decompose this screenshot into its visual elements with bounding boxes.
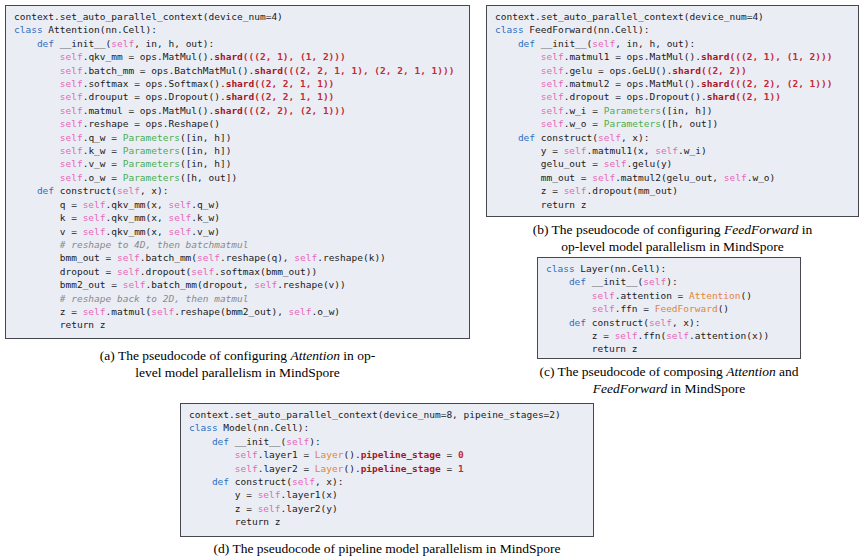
caption-line: FeedForward in MindSpore [495, 380, 843, 397]
caption-line: (b) The pseudocode of configuring FeedFo… [486, 221, 859, 238]
code-line: def __init__(self, in, h, out): [14, 37, 461, 50]
code-panel-layer: class Layer(nn.Cell): def __init__(self)… [537, 257, 801, 359]
code-line: mm_out = self.matmul2(gelu_out, self.w_o… [495, 171, 850, 184]
code-panel-model: context.set_auto_parallel_context(device… [180, 403, 594, 537]
code-panel-attention: context.set_auto_parallel_context(device… [5, 5, 470, 339]
code-line: self.w_o = Parameters([h, out]) [495, 117, 850, 130]
code-line: return z [189, 515, 585, 528]
code-line: # reshape to 4D, then batchmatmul [14, 238, 461, 251]
code-line: def construct(self, x): [546, 316, 792, 329]
code-line: self.w_i = Parameters([in, h]) [495, 104, 850, 117]
figure-mindspore-parallelism: context.set_auto_parallel_context(device… [0, 0, 864, 560]
code-line: k = self.qkv_mm(x, self.k_w) [14, 211, 461, 224]
code-line: self.v_w = Parameters([in, h]) [14, 157, 461, 170]
code-line: gelu_out = self.gelu(y) [495, 157, 850, 170]
code-line: z = self.layer2(y) [189, 502, 585, 515]
code-line: self.ffn = FeedForward() [546, 302, 792, 315]
caption-model: (d) The pseudocode of pipeline model par… [180, 540, 594, 557]
code-feedforward: context.set_auto_parallel_context(device… [495, 10, 850, 211]
code-line: self.matmul = ops.MatMul().shard(((2, 2)… [14, 104, 461, 117]
code-line: bmm_out = self.batch_mm(self.reshape(q),… [14, 251, 461, 264]
caption-line: (a) The pseudocode of configuring Attent… [5, 347, 470, 364]
code-line: bmm2_out = self.batch_mm(dropout, self.r… [14, 278, 461, 291]
code-line: def __init__(self, in, h, out): [495, 37, 850, 50]
code-line: q = self.qkv_mm(x, self.q_w) [14, 198, 461, 211]
code-line: v = self.qkv_mm(x, self.v_w) [14, 225, 461, 238]
code-line: def construct(self, x): [14, 184, 461, 197]
code-line: z = self.ffn(self.attention(x)) [546, 329, 792, 342]
code-line: self.dropout = ops.Dropout().shard((2, 1… [495, 90, 850, 103]
code-line: dropout = self.dropout(self.softmax(bmm_… [14, 265, 461, 278]
code-line: # reshape back to 2D, then matmul [14, 292, 461, 305]
code-line: self.layer1 = Layer().pipeline_stage = 0 [189, 448, 585, 461]
code-line: def construct(self, x): [495, 131, 850, 144]
caption-attention: (a) The pseudocode of configuring Attent… [5, 347, 470, 381]
code-line: class Attention(nn.Cell): [14, 23, 461, 36]
code-line: self.matmul2 = ops.MatMul().shard(((2, 2… [495, 77, 850, 90]
caption-line: (c) The pseudocode of composing Attentio… [495, 363, 843, 380]
caption-line: op-level model parallelism in MindSpore [486, 238, 859, 255]
code-line: context.set_auto_parallel_context(device… [189, 408, 585, 421]
code-line: z = self.matmul(self.reshape(bmm2_out), … [14, 305, 461, 318]
code-line: context.set_auto_parallel_context(device… [14, 10, 461, 23]
code-line: def __init__(self): [189, 435, 585, 448]
code-line: self.qkv_mm = ops.MatMul().shard(((2, 1)… [14, 50, 461, 63]
code-line: def __init__(self): [546, 275, 792, 288]
code-line: z = self.dropout(mm_out) [495, 184, 850, 197]
caption-feedforward: (b) The pseudocode of configuring FeedFo… [486, 221, 859, 255]
code-line: self.q_w = Parameters([in, h]) [14, 131, 461, 144]
code-model: context.set_auto_parallel_context(device… [189, 408, 585, 529]
code-line: self.k_w = Parameters([in, h]) [14, 144, 461, 157]
code-line: context.set_auto_parallel_context(device… [495, 10, 850, 23]
caption-line: (d) The pseudocode of pipeline model par… [180, 540, 594, 557]
code-line: self.attention = Attention() [546, 289, 792, 302]
code-line: class FeedForward(nn.Cell): [495, 23, 850, 36]
code-line: self.softmax = ops.Softmax().shard((2, 2… [14, 77, 461, 90]
code-line: y = self.layer1(x) [189, 488, 585, 501]
caption-layer: (c) The pseudocode of composing Attentio… [495, 363, 843, 397]
code-panel-feedforward: context.set_auto_parallel_context(device… [486, 5, 859, 217]
code-line: class Layer(nn.Cell): [546, 262, 792, 275]
code-line: y = self.matmul1(x, self.w_i) [495, 144, 850, 157]
caption-line: level model parallelism in MindSpore [5, 364, 470, 381]
code-line: self.gelu = ops.GeLU().shard((2, 2)) [495, 64, 850, 77]
code-line: self.reshape = ops.Reshape() [14, 117, 461, 130]
code-line: self.drouput = ops.Dropout().shard((2, 2… [14, 90, 461, 103]
code-line: def construct(self, x): [189, 475, 585, 488]
code-line: return z [495, 198, 850, 211]
code-line: class Model(nn.Cell): [189, 421, 585, 434]
code-layer: class Layer(nn.Cell): def __init__(self)… [546, 262, 792, 356]
code-line: return z [546, 342, 792, 355]
code-line: self.o_w = Parameters([h, out]) [14, 171, 461, 184]
code-line: return z [14, 318, 461, 331]
code-attention: context.set_auto_parallel_context(device… [14, 10, 461, 332]
code-line: self.layer2 = Layer().pipeline_stage = 1 [189, 462, 585, 475]
code-line: self.matmul1 = ops.MatMul().shard(((2, 1… [495, 50, 850, 63]
code-line: self.batch_mm = ops.BatchMatMul().shard(… [14, 64, 461, 77]
